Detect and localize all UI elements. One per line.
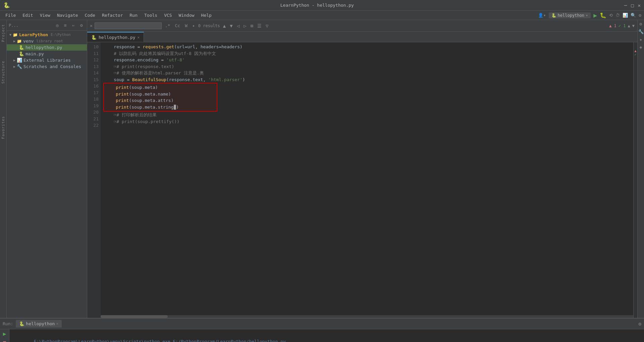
run-label: Run:: [3, 321, 13, 326]
right-gutter: ▲ ✓: [633, 42, 637, 318]
run-inspection-button[interactable]: 📊: [623, 13, 628, 18]
editor-area: ✕ .* Cc W ✦ 0 results ▲ ▼ ◁ ▷ ⊞ ☰ ▽ ▲ 1 …: [87, 20, 637, 318]
menu-vcs[interactable]: VCS: [161, 12, 174, 18]
search-close-icon[interactable]: ✕: [90, 23, 93, 28]
scroll-indicator-down[interactable]: ▼: [632, 23, 635, 28]
code-line-19: print(soup.meta.string|): [105, 104, 215, 111]
scroll-indicator-up[interactable]: ▲: [628, 23, 630, 28]
search-options-button[interactable]: ☰: [256, 22, 263, 29]
search-case-button[interactable]: Cc: [173, 22, 181, 29]
sidebar-icon-project[interactable]: Project: [0, 21, 6, 45]
menu-code[interactable]: Code: [82, 12, 98, 18]
code-line-16: print(soup.meta): [105, 84, 215, 91]
console-cmd-line: E:\PythonProgram\LearnPython\venv\Script…: [13, 331, 641, 342]
tree-external-libs-label: External Libraries: [23, 58, 71, 63]
menu-navigate[interactable]: Navigate: [54, 12, 81, 18]
left-sidebar-icons: Project Structure Favorites: [0, 20, 7, 318]
code-editor[interactable]: 10 11 12 13 14 15 16 17 18 19 20 21 22 r…: [87, 42, 637, 318]
search-next-occ-button[interactable]: ▷: [243, 22, 247, 29]
project-tool-settings[interactable]: ⚙: [78, 22, 85, 29]
menu-help[interactable]: Help: [199, 12, 214, 18]
right-sidebar-icon-1[interactable]: ⚙: [640, 21, 642, 26]
console-output[interactable]: E:\PythonProgram\LearnPython\venv\Script…: [9, 329, 644, 342]
tree-hellopython[interactable]: 🐍 hellopython.py: [7, 44, 87, 51]
menu-tools[interactable]: Tools: [142, 12, 160, 18]
tree-venv[interactable]: ▶ 📁 venv library root: [7, 38, 87, 44]
python-file-icon: 🐍: [19, 51, 24, 56]
search-filter-button[interactable]: ▽: [265, 22, 269, 29]
console-tab-icon: 🐍: [19, 321, 24, 326]
folder-icon: 📁: [17, 39, 22, 44]
menu-view[interactable]: View: [37, 12, 53, 18]
settings-gear-button[interactable]: ⚙: [639, 13, 641, 18]
error-marker: ▲: [634, 49, 637, 53]
menu-run[interactable]: Run: [127, 12, 140, 18]
console-tab-close[interactable]: ✕: [56, 322, 58, 326]
right-sidebar-icon-2[interactable]: 🔧: [638, 29, 644, 34]
tree-root[interactable]: ▼ 📁 LearnPython E:\Python: [7, 32, 87, 38]
menu-refactor[interactable]: Refactor: [99, 12, 126, 18]
project-label: P...: [9, 23, 18, 28]
code-line-11: # 以防乱码 此处将其编码设置为utf-8 因为有中文: [103, 50, 631, 57]
scrollbar-thumb[interactable]: [101, 315, 168, 318]
console-tab-hellopython[interactable]: 🐍 hellopython ✕: [16, 320, 62, 328]
profile-button[interactable]: ⏱: [615, 13, 620, 18]
menu-file[interactable]: File: [3, 12, 18, 18]
close-button[interactable]: ✕: [638, 3, 641, 8]
code-line-22: [103, 125, 631, 131]
run-run-button[interactable]: ▶: [3, 331, 6, 337]
ok-count-indicator: ✓ 1: [619, 23, 626, 28]
code-line-21: ☞# print(soup.prettify()): [103, 118, 631, 125]
chevron-right-icon: ▶: [13, 39, 15, 43]
search-all-button[interactable]: ⊞: [250, 22, 254, 29]
minimize-button[interactable]: ─: [624, 3, 627, 8]
search-regex-button[interactable]: .*: [164, 22, 172, 29]
search-everywhere-button[interactable]: 🔍: [631, 13, 636, 18]
tree-main[interactable]: 🐍 main.py: [7, 51, 87, 57]
run-config-dropdown[interactable]: 🐍 hellopython ▾: [549, 12, 591, 18]
bottom-settings-button[interactable]: ⚙: [639, 321, 641, 327]
search-preserve-case-button[interactable]: ✦: [191, 22, 196, 29]
run-button[interactable]: ▶: [593, 12, 597, 19]
line-numbers: 10 11 12 13 14 15 16 17 18 19 20 21 22: [87, 42, 101, 318]
ok-marker: ✓: [634, 53, 637, 56]
search-word-button[interactable]: W: [183, 22, 189, 29]
chevron-down-icon: ▼: [9, 33, 11, 37]
search-input[interactable]: [95, 22, 162, 29]
search-prev-button[interactable]: ▲: [222, 22, 227, 29]
code-line-20: ☞# 打印解析后的结果: [103, 112, 631, 118]
project-tool-locate[interactable]: ◎: [54, 22, 61, 29]
code-line-17: print(soup.meta.name): [105, 91, 215, 98]
code-line-14: ☞# 使用的解析器是html.parser 注意是.奥: [103, 70, 631, 76]
sidebar-icon-structure[interactable]: Structure: [0, 58, 6, 87]
main-layout: Project Structure Favorites P... ◎ ≡ ⇐ ⚙…: [0, 20, 644, 318]
search-prev-occ-button[interactable]: ◁: [236, 22, 240, 29]
user-icon[interactable]: 👤▾: [538, 13, 546, 18]
right-sidebar: ⚙ 🔧 ★ ◈: [637, 20, 644, 318]
menu-bar: File Edit View Navigate Code Refactor Ru…: [0, 11, 644, 20]
run-config-label: hellopython: [558, 13, 584, 18]
tree-scratches[interactable]: ▶ 🔧 Scratches and Consoles: [7, 63, 87, 70]
code-content[interactable]: response = requests.get(url=url, headers…: [101, 42, 633, 318]
search-next-button[interactable]: ▼: [229, 22, 233, 29]
project-tool-collapse[interactable]: ⇐: [70, 22, 77, 29]
tab-hellopython[interactable]: 🐍 hellopython.py ✕: [87, 32, 144, 42]
menu-window[interactable]: Window: [176, 12, 197, 18]
right-sidebar-icon-3[interactable]: ★: [640, 37, 642, 42]
run-coverage-button[interactable]: ⟲: [609, 13, 613, 18]
project-tool-expand[interactable]: ≡: [62, 22, 69, 29]
horizontal-scrollbar[interactable]: [101, 315, 633, 318]
scratches-icon: 🔧: [17, 64, 22, 69]
maximize-button[interactable]: □: [631, 3, 634, 8]
app-logo: 🐍: [3, 2, 10, 8]
title-bar-left: 🐍: [3, 2, 10, 8]
debug-button[interactable]: 🐛: [600, 12, 606, 18]
run-stop-button[interactable]: ■: [3, 340, 6, 342]
tab-close-button[interactable]: ✕: [138, 35, 140, 40]
code-line-18: print(soup.meta.attrs): [105, 97, 215, 104]
menu-edit[interactable]: Edit: [20, 12, 36, 18]
sidebar-icon-favorites[interactable]: Favorites: [0, 113, 6, 142]
right-sidebar-icon-4[interactable]: ◈: [640, 45, 642, 50]
tree-external-libs[interactable]: ▶ 📊 External Libraries: [7, 57, 87, 63]
search-results: 0 results: [198, 23, 220, 28]
